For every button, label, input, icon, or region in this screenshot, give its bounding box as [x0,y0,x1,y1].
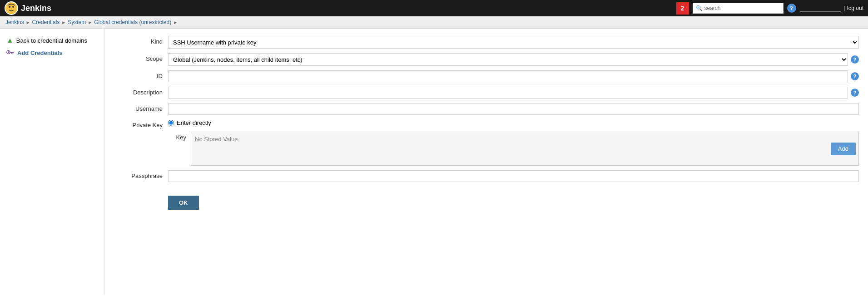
svg-point-1 [9,6,10,8]
breadcrumb-credentials[interactable]: Credentials [32,19,60,25]
username-control-area [168,103,859,115]
breadcrumb-sep-2: ► [61,20,66,25]
sidebar-item-add-credentials[interactable]: Add Credentials [5,47,99,59]
up-arrow-icon: ▲ [6,36,14,44]
description-label: Description [114,87,168,96]
scope-help-icon[interactable]: ? [851,55,859,64]
key-label: Key [168,132,191,141]
id-input[interactable] [168,70,848,82]
scope-label: Scope [114,53,168,62]
breadcrumb-global-credentials[interactable]: Global credentials (unrestricted) [94,19,171,25]
search-icon: 🔍 [696,5,703,11]
passphrase-label: Passphrase [114,170,168,179]
form-row-private-key: Private Key Enter directly Key No Stored… [114,119,859,166]
username-input[interactable] [168,103,859,115]
ok-section: OK [114,196,859,210]
form-row-username: Username [114,103,859,115]
svg-rect-7 [11,53,12,54]
header: Jenkins 2 🔍 ? | log out [0,0,868,16]
search-box: 🔍 [693,3,784,14]
sidebar-add-label: Add Credentials [17,49,63,56]
content: Kind SSH Username with private key Scope… [104,29,868,295]
notification-badge[interactable]: 2 [676,2,689,15]
breadcrumb-jenkins[interactable]: Jenkins [5,19,24,25]
main-layout: ▲ Back to credential domains Add Credent… [0,29,868,295]
header-left: Jenkins [5,1,51,15]
no-stored-value-text: No Stored Value [191,132,828,159]
user-name-field[interactable] [800,5,841,12]
sidebar-item-back[interactable]: ▲ Back to credential domains [5,34,99,47]
form-row-scope: Scope Global (Jenkins, nodes, items, all… [114,53,859,66]
breadcrumb: Jenkins ► Credentials ► System ► Global … [0,16,868,29]
id-control-area: ? [168,70,859,82]
sidebar: ▲ Back to credential domains Add Credent… [0,29,104,295]
scope-select[interactable]: Global (Jenkins, nodes, items, all child… [168,53,848,66]
header-help-icon[interactable]: ? [787,4,796,13]
key-inner-row: Key No Stored Value Add [168,132,859,166]
key-icon [6,49,15,57]
svg-rect-6 [13,53,14,54]
breadcrumb-system[interactable]: System [68,19,86,25]
key-add-button[interactable]: Add [831,143,856,155]
key-box-container: No Stored Value Add [191,132,859,166]
sidebar-back-label: Back to credential domains [16,37,87,44]
form-row-id: ID ? [114,70,859,82]
breadcrumb-sep-4: ► [173,20,178,25]
private-key-control-area: Enter directly Key No Stored Value Add [168,119,859,166]
passphrase-input[interactable] [168,170,859,182]
username-label: Username [114,103,168,112]
kind-label: Kind [114,36,168,45]
header-right: 2 🔍 ? | log out [676,2,863,15]
jenkins-logo [5,1,18,15]
breadcrumb-sep-3: ► [88,20,92,25]
kind-select[interactable]: SSH Username with private key [168,36,859,49]
svg-point-2 [12,6,14,8]
passphrase-control-area [168,170,859,182]
svg-point-4 [8,51,10,53]
breadcrumb-sep-1: ► [26,20,30,25]
form-row-passphrase: Passphrase [114,170,859,182]
enter-directly-radio[interactable] [168,120,174,126]
id-label: ID [114,70,168,79]
logout-link[interactable]: | log out [844,5,863,11]
search-input[interactable] [704,5,780,11]
scope-control-area: Global (Jenkins, nodes, items, all child… [168,53,859,66]
app-title: Jenkins [21,4,51,13]
description-help-icon[interactable]: ? [851,89,859,97]
private-key-label: Private Key [114,119,168,128]
description-control-area: ? [168,87,859,99]
form-row-description: Description ? [114,87,859,99]
enter-directly-label[interactable]: Enter directly [177,119,211,126]
ok-button[interactable]: OK [168,196,199,210]
svg-rect-5 [10,52,14,53]
radio-row-enter-directly: Enter directly [168,119,211,126]
id-help-icon[interactable]: ? [851,72,859,80]
description-input[interactable] [168,87,848,99]
form-row-kind: Kind SSH Username with private key [114,36,859,49]
kind-control-area: SSH Username with private key [168,36,859,49]
